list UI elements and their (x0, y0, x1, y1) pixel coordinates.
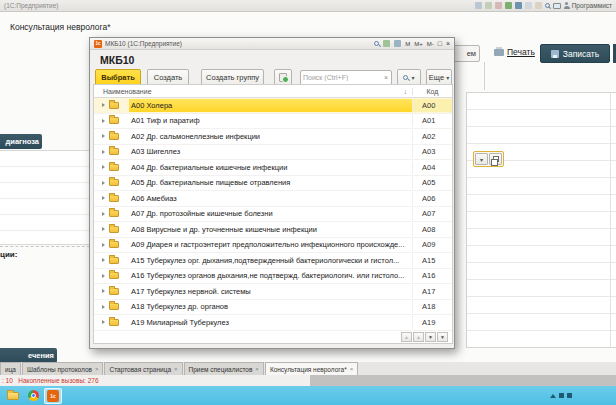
calendar-icon[interactable] (525, 2, 532, 9)
tab-close-icon[interactable]: × (174, 366, 178, 372)
table-row[interactable]: A18 Туберкулез др. органов A18 (94, 300, 452, 316)
expand-arrow-icon[interactable] (102, 274, 105, 278)
folder-icon (109, 102, 119, 109)
table-row[interactable]: A08 Вирусные и др. уточненные кишечные и… (94, 222, 452, 238)
zoom-icon[interactable] (545, 3, 550, 8)
taskbar-explorer-button[interactable] (4, 388, 22, 404)
tray-icon[interactable] (567, 393, 572, 398)
dialog-titlebar[interactable]: 1c МКБ10 (1С:Предприятие) М М+ М- □ × (90, 38, 454, 50)
current-user[interactable]: Программист (564, 2, 612, 9)
folder-icon (7, 392, 19, 400)
table-row[interactable]: A17 Туберкулез нервной. системы A17 (94, 284, 452, 300)
bottom-tabbar: ица × Шаблоны протоколов × Стартовая стр… (0, 362, 616, 375)
tree-cell (94, 102, 129, 109)
tray-icon[interactable] (559, 393, 564, 398)
tree-cell (94, 148, 129, 155)
bottom-tab[interactable]: Прием специалистов × (184, 362, 264, 375)
expand-arrow-icon[interactable] (102, 305, 105, 309)
expand-arrow-icon[interactable] (102, 320, 105, 324)
row-name: A03 Шигеллез (129, 145, 412, 158)
scroll-down-button[interactable]: ▼ (425, 332, 436, 342)
tray-expand-icon[interactable] (550, 394, 556, 398)
row-code: A03 (412, 145, 452, 158)
doc-icon[interactable] (475, 2, 482, 9)
tab-close-icon[interactable]: × (255, 366, 259, 372)
bottom-tab[interactable]: ица × (0, 362, 21, 375)
table-row[interactable]: A06 Амебиаз A06 (94, 191, 452, 207)
table-row[interactable]: A19 Милиарный Туберкулез A19 (94, 315, 452, 331)
expand-arrow-icon[interactable] (102, 227, 105, 231)
font-increase-button[interactable]: М+ (414, 41, 423, 47)
clear-search-icon[interactable]: × (381, 74, 391, 81)
diagnosis-field-open-button[interactable] (489, 153, 502, 165)
table-row[interactable]: A04 Др. бактериальные кишечные инфекции … (94, 160, 452, 176)
form-table-panel[interactable] (466, 92, 616, 348)
scroll-bottom-button[interactable]: ▼ (437, 332, 448, 342)
name-column-header[interactable]: Наименование ↓ (94, 88, 412, 95)
row-code: A15 (412, 254, 452, 267)
doc-icon[interactable] (485, 2, 492, 9)
expand-arrow-icon[interactable] (102, 103, 105, 107)
folder-icon (109, 148, 119, 155)
magnifier-icon[interactable] (374, 41, 379, 46)
print-button[interactable]: Печать (494, 47, 535, 57)
taskbar-chrome-button[interactable] (24, 388, 42, 404)
table-row[interactable]: A05 Др. бактериальные пищевые отравления… (94, 176, 452, 192)
save-button[interactable]: Записать (540, 44, 610, 63)
search-input[interactable] (301, 74, 381, 81)
form-table-divider (610, 92, 611, 348)
table-header[interactable]: Наименование ↓ Код (94, 85, 452, 98)
table-row[interactable]: A09 Диарея и гастроэнтерит предположител… (94, 238, 452, 254)
expand-arrow-icon[interactable] (102, 181, 105, 185)
monitor-icon[interactable] (553, 3, 561, 9)
expand-arrow-icon[interactable] (102, 212, 105, 216)
table-row[interactable]: A01 Тиф и паратиф A01 (94, 114, 452, 130)
scroll-up-button[interactable]: ▲ (413, 332, 424, 342)
font-decrease-button[interactable]: М- (427, 41, 434, 47)
expand-arrow-icon[interactable] (102, 134, 105, 138)
table-row[interactable]: A16 Туберкулез органов дыхания,не подтве… (94, 269, 452, 285)
folder-icon (109, 272, 119, 279)
expand-arrow-icon[interactable] (102, 258, 105, 262)
taskbar-1c-button[interactable]: 1c (44, 388, 62, 404)
tab-close-icon[interactable]: × (350, 366, 354, 372)
window-icon[interactable] (394, 40, 401, 47)
expand-arrow-icon[interactable] (102, 196, 105, 200)
expand-arrow-icon[interactable] (102, 165, 105, 169)
section-separator (0, 246, 95, 247)
bottom-tab[interactable]: Стартовая страница × (104, 362, 182, 375)
table-row[interactable]: A02 Др. сальмонеллезные инфекции A02 (94, 129, 452, 145)
expand-arrow-icon[interactable] (102, 289, 105, 293)
close-button[interactable]: × (446, 40, 450, 47)
folder-icon (109, 257, 119, 264)
code-column-header[interactable]: Код (412, 88, 452, 95)
folder-icon (109, 303, 119, 310)
expand-arrow-icon[interactable] (102, 243, 105, 247)
bottom-tab[interactable]: Консультация невролога* × (265, 362, 358, 375)
expand-arrow-icon[interactable] (102, 119, 105, 123)
document-icon[interactable] (383, 40, 390, 47)
sort-desc-icon: ↓ (404, 88, 408, 95)
table-row[interactable]: A03 Шигеллез A03 (94, 145, 452, 161)
diagnosis-field-dropdown-button[interactable]: ▾ (475, 153, 488, 165)
tree-cell (94, 272, 129, 279)
diagnosis-section-button[interactable]: диагноза (0, 134, 42, 149)
folder-icon (109, 319, 119, 326)
users-icon[interactable] (505, 2, 512, 9)
treatment-section-button[interactable]: ечения (0, 348, 57, 363)
row-name: A18 Туберкулез др. органов (129, 300, 412, 313)
expand-arrow-icon[interactable] (102, 150, 105, 154)
scroll-top-button[interactable]: ▲ (401, 332, 412, 342)
table-row[interactable]: A07 Др. протозойные кишечные болезни A07 (94, 207, 452, 223)
diagnosis-list-panel[interactable] (0, 150, 95, 245)
row-name: A15 Туберкулез орг. дыхания,подтвержденн… (129, 254, 412, 267)
doc-icon[interactable] (495, 2, 502, 9)
maximize-button[interactable]: □ (438, 40, 442, 47)
table-row[interactable]: A15 Туберкулез орг. дыхания,подтвержденн… (94, 253, 452, 269)
tab-close-icon[interactable]: × (95, 366, 99, 372)
font-normal-button[interactable]: М (405, 41, 410, 47)
bottom-tab[interactable]: Шаблоны протоколов × (22, 362, 104, 375)
grid-icon[interactable] (535, 2, 542, 9)
users-icon[interactable] (515, 2, 522, 9)
table-row[interactable]: A00 Холера A00 (94, 98, 452, 114)
